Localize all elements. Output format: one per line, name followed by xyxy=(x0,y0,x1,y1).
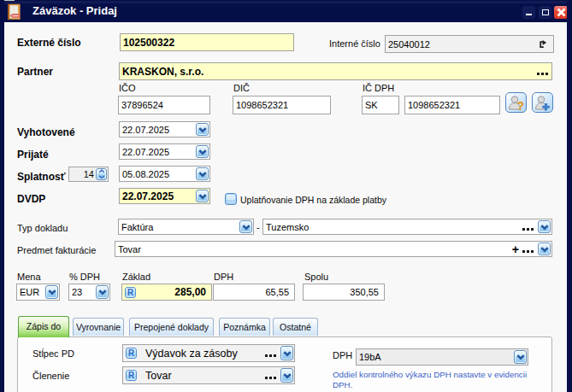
svg-text:?: ? xyxy=(517,99,525,112)
